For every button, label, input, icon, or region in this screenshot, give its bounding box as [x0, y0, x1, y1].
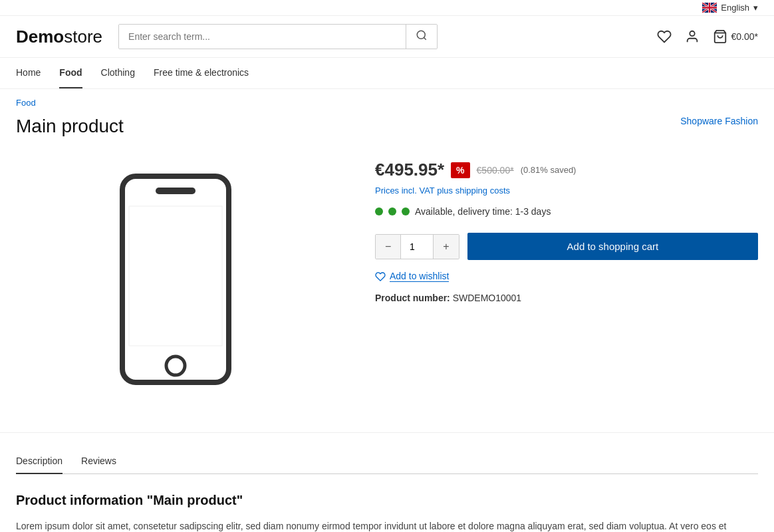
nav-item-freetime[interactable]: Free time & electronics [154, 58, 249, 88]
description-content: Product information "Main product" Lorem… [0, 493, 774, 532]
nav-item-home[interactable]: Home [16, 58, 41, 88]
price-saved: (0.81% saved) [521, 165, 577, 175]
product-number-label: Product number: [375, 293, 450, 303]
quantity-increase-button[interactable]: + [434, 235, 458, 259]
cart-button[interactable]: €0.00* [713, 29, 758, 44]
logo-light: store [64, 27, 102, 47]
search-button[interactable] [406, 25, 437, 49]
tabs-nav: Description Reviews [16, 449, 758, 474]
nav-item-clothing[interactable]: Clothing [101, 58, 135, 88]
discount-badge: % [451, 162, 469, 178]
tabs-section: Description Reviews [0, 432, 774, 474]
wishlist-icon-button[interactable] [657, 29, 672, 44]
nav-item-food[interactable]: Food [59, 58, 82, 88]
product-page: Main product Shopware Fashion €495.95* % [0, 116, 774, 432]
heart-outline-icon [375, 271, 386, 282]
product-number-value: SWDEMO10001 [453, 293, 521, 303]
product-info: €495.95* % €500.00* (0.81% saved) Prices… [375, 153, 758, 406]
search-input[interactable] [119, 25, 406, 49]
user-icon [685, 29, 700, 44]
price-note-link[interactable]: Prices incl. VAT plus shipping costs [375, 186, 510, 196]
svg-point-11 [690, 31, 694, 36]
add-to-cart-button[interactable]: Add to shopping cart [467, 233, 758, 260]
description-title: Product information "Main product" [16, 493, 758, 508]
product-number: Product number: SWDEMO10001 [375, 293, 758, 303]
search-bar [118, 24, 438, 49]
price-original: €500.00* [477, 165, 514, 176]
language-label: English [721, 3, 749, 13]
product-image-phone [116, 173, 235, 386]
header: Demostore €0.00* [0, 16, 774, 58]
header-icons: €0.00* [657, 29, 758, 44]
price-row: €495.95* % €500.00* (0.81% saved) [375, 160, 758, 180]
quantity-control: − + [375, 234, 459, 259]
main-nav: Home Food Clothing Free time & electroni… [0, 58, 774, 89]
svg-point-16 [166, 356, 185, 375]
price-note: Prices incl. VAT plus shipping costs [375, 186, 758, 196]
wishlist-row[interactable]: Add to wishlist [375, 271, 758, 282]
product-header: Main product Shopware Fashion [16, 116, 758, 137]
availability-dot-3 [402, 207, 410, 215]
svg-line-10 [424, 37, 426, 39]
availability-row: Available, delivery time: 1-3 days [375, 206, 758, 217]
availability-dot-2 [388, 207, 396, 215]
product-layout: €495.95* % €500.00* (0.81% saved) Prices… [16, 153, 758, 406]
quantity-input[interactable] [400, 235, 434, 259]
wishlist-link[interactable]: Add to wishlist [390, 271, 449, 282]
availability-dot-1 [375, 207, 383, 215]
svg-rect-15 [129, 206, 222, 346]
add-to-cart-row: − + Add to shopping cart [375, 233, 758, 260]
product-image-area [16, 153, 335, 406]
svg-rect-14 [156, 188, 195, 194]
logo[interactable]: Demostore [16, 27, 102, 47]
logo-bold: Demo [16, 27, 64, 47]
language-selector[interactable]: English ▾ [702, 3, 758, 13]
quantity-decrease-button[interactable]: − [376, 235, 400, 259]
top-bar: English ▾ [0, 0, 774, 16]
product-title: Main product [16, 116, 124, 137]
price-main: €495.95* [375, 160, 444, 180]
manufacturer-link[interactable]: Shopware Fashion [680, 116, 758, 126]
svg-point-9 [417, 31, 425, 39]
cart-total: €0.00* [731, 31, 758, 42]
flag-icon [702, 3, 717, 13]
heart-icon [657, 29, 672, 44]
availability-text: Available, delivery time: 1-3 days [415, 206, 551, 217]
tab-description[interactable]: Description [16, 449, 63, 474]
breadcrumb-food-link[interactable]: Food [16, 98, 36, 108]
tab-reviews[interactable]: Reviews [81, 449, 116, 474]
description-text: Lorem ipsum dolor sit amet, consetetur s… [16, 519, 758, 532]
language-arrow: ▾ [753, 3, 758, 13]
breadcrumb: Food [0, 89, 774, 116]
account-icon-button[interactable] [685, 29, 700, 44]
search-icon [416, 29, 428, 41]
cart-icon [713, 29, 727, 44]
